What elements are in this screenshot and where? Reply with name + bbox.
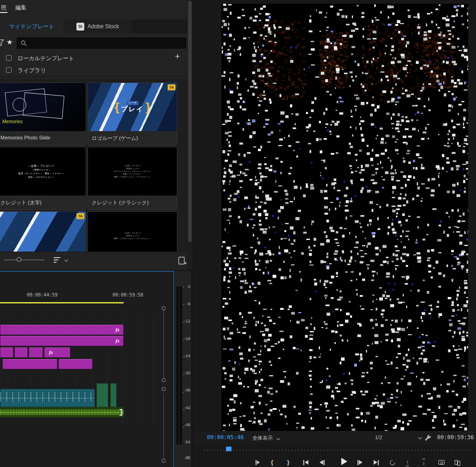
filter-funnel-icon[interactable] bbox=[0, 39, 5, 46]
playback-resolution-value: 1/2 bbox=[375, 435, 382, 440]
video-clip[interactable] bbox=[0, 347, 13, 358]
track-scrollbar[interactable] bbox=[163, 310, 164, 378]
scrollbar-handle[interactable] bbox=[162, 459, 166, 463]
chevron-down-icon[interactable] bbox=[64, 258, 68, 262]
track-scrollbar[interactable] bbox=[163, 393, 164, 459]
loop-button[interactable] bbox=[390, 459, 395, 466]
video-clip[interactable]: fx bbox=[0, 325, 124, 335]
scrollbar-handle[interactable] bbox=[162, 378, 166, 382]
video-clip[interactable]: fx bbox=[0, 336, 124, 346]
audio-clip[interactable] bbox=[0, 389, 95, 407]
template-card-partial-blue[interactable]: TA bbox=[0, 211, 86, 252]
tab-adobe-stock[interactable]: St Adobe Stock bbox=[63, 19, 132, 33]
divider bbox=[0, 76, 187, 77]
audio-meter-bar-right bbox=[180, 287, 182, 444]
lift-button[interactable]: ↑ bbox=[406, 459, 409, 466]
thumb-title-text: プレイ bbox=[121, 105, 144, 114]
tab-my-templates[interactable]: マイテンプレート bbox=[0, 19, 63, 33]
local-templates-label[interactable]: ローカルテンプレート bbox=[18, 55, 74, 63]
meter-tick-label: 0 bbox=[180, 284, 190, 289]
libraries-label[interactable]: ライブラリ bbox=[18, 67, 46, 75]
video-clip[interactable]: fx bbox=[44, 347, 70, 358]
essential-graphics-panel: 照 編集 マイテンプレート St Adobe Stock ★ ローカルテンプレー… bbox=[0, 0, 187, 270]
template-card-memories[interactable]: Memories Memories Photo Slide bbox=[0, 82, 86, 145]
meter-tick-label: -30 bbox=[180, 371, 190, 375]
go-to-in-button[interactable] bbox=[303, 459, 308, 466]
template-label: Memories Photo Slide bbox=[0, 131, 86, 145]
keyframe-ticks bbox=[0, 392, 94, 402]
meter-tick-label: -42 bbox=[180, 405, 190, 410]
template-card-logo-loop[interactable]: TA { リーグ プレイ } ロゴループ (ゲーム) bbox=[88, 82, 177, 145]
video-clip[interactable] bbox=[58, 359, 93, 369]
thumbnail-size-slider-knob[interactable] bbox=[17, 257, 21, 262]
play-button[interactable] bbox=[341, 458, 347, 465]
video-clip[interactable] bbox=[2, 359, 57, 369]
libraries-checkbox[interactable] bbox=[6, 67, 12, 73]
step-back-button[interactable] bbox=[319, 459, 325, 466]
audio-clip[interactable] bbox=[96, 383, 108, 407]
meter-tick-marks bbox=[183, 287, 184, 444]
template-label: クレジット (クラシック) bbox=[88, 196, 177, 209]
mark-out-button[interactable]: } bbox=[287, 459, 289, 466]
sort-options-button[interactable] bbox=[54, 257, 60, 263]
thumbnail-size-slider-track[interactable] bbox=[4, 259, 44, 260]
adobe-stock-icon: St bbox=[76, 23, 84, 31]
meter-tick-label: -54 bbox=[180, 440, 190, 444]
new-item-icon[interactable] bbox=[178, 256, 187, 265]
step-forward-button[interactable] bbox=[357, 459, 363, 466]
video-clip[interactable] bbox=[29, 347, 43, 358]
audio-track-clip[interactable] bbox=[0, 407, 124, 417]
waveform-centerline bbox=[0, 398, 94, 398]
scrubber-playhead[interactable] bbox=[226, 447, 232, 451]
thumb-subtitle-text: リーグ bbox=[126, 101, 138, 105]
scrubber-tick-marks[interactable] bbox=[204, 449, 470, 451]
meter-tick-label: -24 bbox=[180, 353, 190, 358]
scrollbar-handle[interactable] bbox=[162, 306, 166, 310]
panel-scrollbar bbox=[187, 0, 193, 270]
template-label: クレジット (太字) bbox=[0, 196, 86, 209]
scrollbar-handle[interactable] bbox=[162, 387, 166, 391]
template-card-partial-credits[interactable]: ＜企業＞ プレゼンツ ＜映画タイトル＞ 製作 ＜プロダクション＞ ＜エールライン… bbox=[88, 211, 177, 252]
template-card-credits-classic[interactable]: ＜企業＞ プレゼンツ ＜映画タイトル＞ キャスト ＜ネーム＞ ＜ネーム＞ ＜ネー… bbox=[88, 147, 177, 210]
ruler-timecode: 00:00:44:59 bbox=[27, 292, 57, 297]
add-template-button[interactable]: + bbox=[175, 52, 180, 62]
search-input[interactable] bbox=[17, 38, 186, 49]
template-thumbnail: ＜企業＞ プレゼンツ ＜映画タイトル＞ キャスト ＜ネーム＞ ＜ネーム＞ ＜ネー… bbox=[88, 147, 177, 196]
program-scrubber bbox=[193, 444, 476, 455]
transport-controls: { } ↑ ↓ bbox=[193, 456, 476, 467]
zoom-level-dropdown[interactable]: 全体表示 bbox=[252, 435, 280, 442]
panel-scrollbar-thumb[interactable] bbox=[188, 1, 192, 242]
video-clip[interactable] bbox=[14, 347, 28, 358]
settings-wrench-icon[interactable] bbox=[424, 434, 431, 441]
thumb-credit-lines: ＜企業＞ プレゼンツ ＜映画タイトル＞ キャスト ＜ネーム＞ ＜ネーム＞ ＜ネー… bbox=[88, 147, 177, 196]
export-frame-button[interactable] bbox=[438, 459, 445, 466]
program-monitor-panel: 00:00:05:46 全体表示 1/2 00:00:59:36 { } bbox=[193, 0, 476, 467]
search-icon bbox=[20, 40, 27, 46]
menu-tab-edit[interactable]: 編集 bbox=[15, 4, 26, 12]
meter-tick-label: -36 bbox=[180, 388, 190, 392]
meter-tick-label: -12 bbox=[180, 319, 190, 323]
ruler-timecode: 00:00:59:58 bbox=[113, 292, 143, 297]
go-to-out-button[interactable] bbox=[374, 459, 379, 466]
template-card-credits-bold[interactable]: ＜企業＞ プレゼンツ ＜映画タイトル＞ 監督 ＜ディレクター＞ 脚本 ＜ライター… bbox=[0, 147, 86, 210]
current-timecode[interactable]: 00:00:05:46 bbox=[207, 434, 244, 441]
mark-in-button[interactable]: { bbox=[271, 459, 273, 466]
favorites-star-icon[interactable]: ★ bbox=[6, 38, 13, 46]
extract-button[interactable]: ↓ bbox=[422, 459, 425, 466]
mogrt-badge-icon: TA bbox=[76, 213, 84, 219]
playback-resolution-dropdown[interactable]: 1/2 bbox=[375, 435, 421, 440]
chevron-down-icon bbox=[418, 435, 422, 439]
template-thumbnail: ＜企業＞ プレゼンツ ＜映画タイトル＞ 監督 ＜ディレクター＞ 脚本 ＜ライター… bbox=[0, 147, 86, 196]
work-area-bar[interactable] bbox=[0, 302, 124, 303]
menu-tab-browse[interactable]: 照 bbox=[1, 4, 6, 12]
template-grid: Memories Memories Photo Slide TA { リーグ プ… bbox=[0, 79, 187, 252]
audio-meter-panel: 0 -6 -12 -18 -24 -30 -36 -42 -48 -54 dB bbox=[175, 271, 191, 467]
thumb-title-text: Memories bbox=[2, 119, 23, 124]
local-templates-checkbox[interactable] bbox=[6, 55, 12, 61]
comparison-view-button[interactable] bbox=[455, 459, 460, 466]
timeline-panel: 00:00:44:59 00:00:59:58 fx fx fx bbox=[0, 271, 174, 467]
audio-meter-bar-left bbox=[176, 287, 179, 444]
audio-clip[interactable] bbox=[110, 383, 117, 407]
add-marker-button[interactable] bbox=[256, 459, 260, 466]
tab-adobe-stock-label: Adobe Stock bbox=[88, 23, 119, 30]
